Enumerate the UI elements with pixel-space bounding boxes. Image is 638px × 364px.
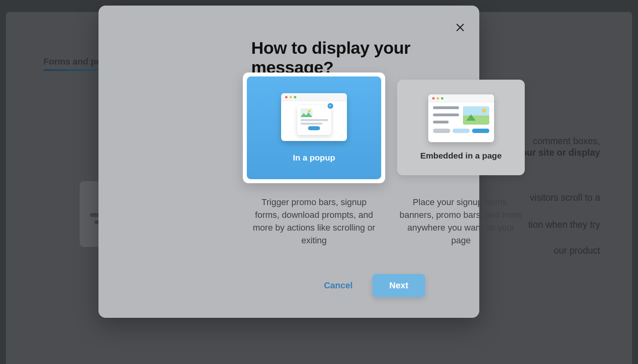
image-placeholder-icon [300, 108, 312, 117]
descriptions-container: Trigger promo bars, signup forms, downlo… [243, 196, 525, 247]
close-button[interactable] [454, 22, 467, 34]
modal-footer: Cancel Next [324, 274, 425, 297]
close-badge-icon: ✕ [327, 103, 333, 109]
close-icon [455, 23, 465, 32]
embedded-illustration [428, 94, 494, 142]
options-container: ✕ In a popup [243, 72, 525, 183]
popup-illustration: ✕ [281, 93, 347, 141]
option-popup-title: In a popup [293, 153, 335, 162]
display-message-modal: How to display your message? ✕ [98, 6, 479, 318]
cancel-button[interactable]: Cancel [324, 280, 352, 291]
option-popup-description: Trigger promo bars, signup forms, downlo… [243, 196, 385, 247]
option-popup[interactable]: ✕ In a popup [243, 72, 385, 183]
next-button[interactable]: Next [372, 274, 425, 297]
option-embedded-title: Embedded in a page [420, 151, 502, 160]
modal-title: How to display your message? [251, 38, 479, 77]
option-embedded[interactable]: Embedded in a page [397, 80, 525, 175]
option-embedded-description: Place your signup forms, banners, promo … [397, 196, 525, 247]
svg-point-1 [308, 110, 310, 112]
image-placeholder-icon [463, 106, 489, 125]
